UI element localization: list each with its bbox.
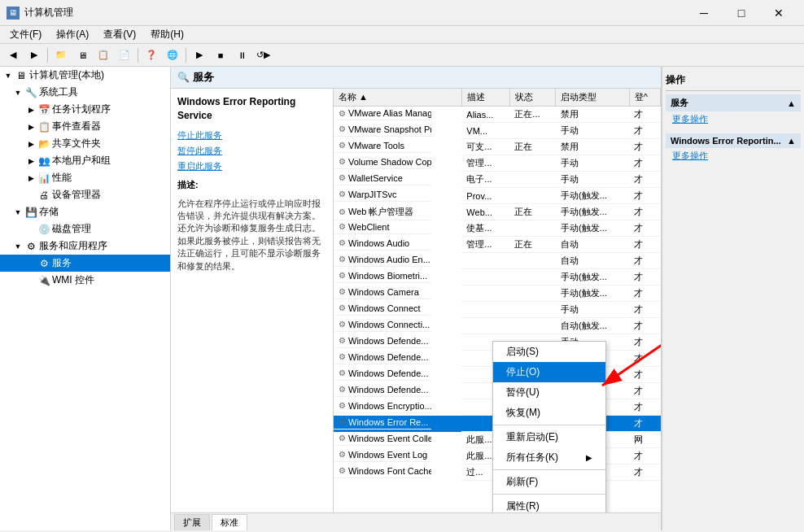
- svc-startup: 手动(触发...: [556, 286, 629, 302]
- table-row[interactable]: ⚙ Windows Camera 手动(触发... 才: [334, 286, 661, 302]
- tab-expand[interactable]: 扩展: [174, 514, 210, 530]
- tab-standard[interactable]: 标准: [212, 514, 247, 530]
- svc-startup: 手动(触发...: [556, 269, 629, 286]
- users-icon: 👥: [37, 155, 50, 168]
- ctx-resume[interactable]: 恢复(M): [493, 403, 605, 423]
- services-apps-icon: ⚙: [24, 240, 37, 253]
- svc-name: ⚙ Windows Defende...: [334, 351, 431, 364]
- pause-service-link[interactable]: 暂停此服务: [177, 145, 326, 157]
- svc-desc: Prov...: [461, 188, 509, 204]
- svc-user: 才: [629, 155, 660, 172]
- svc-desc: 管理...: [461, 237, 509, 253]
- sidebar-item-task-scheduler[interactable]: ▶ 📅 任务计划程序: [0, 101, 170, 118]
- stop-service-link[interactable]: 停止此服务: [177, 129, 326, 142]
- ctx-properties[interactable]: 属性(R): [493, 496, 605, 512]
- tb-web[interactable]: 🌐: [163, 46, 182, 64]
- ctx-start[interactable]: 启动(S): [493, 342, 605, 362]
- table-row[interactable]: ⚙ Web 帐户管理器 Web... 正在 手动(触发... 才: [334, 204, 661, 220]
- svc-name: ⚙ Windows Connecti...: [334, 318, 431, 332]
- sidebar-item-performance[interactable]: ▶ 📊 性能: [0, 169, 170, 186]
- col-user[interactable]: 登^: [629, 89, 660, 107]
- tb-restart[interactable]: ↺▶: [253, 46, 273, 64]
- sidebar-item-storage[interactable]: ▼ 💾 存储: [0, 203, 170, 220]
- menu-view[interactable]: 查看(V): [97, 26, 142, 43]
- svc-startup: 自动: [556, 237, 629, 253]
- sidebar-item-wmi[interactable]: 🔌 WMI 控件: [0, 272, 170, 289]
- menu-file[interactable]: 文件(F): [3, 26, 48, 43]
- svc-status: [509, 123, 556, 139]
- table-row[interactable]: ⚙ WebClient 使基... 手动(触发... 才: [334, 220, 661, 237]
- tb-show-hide[interactable]: 🖥: [72, 46, 92, 64]
- table-row[interactable]: ⚙ Windows Biometri... 手动(触发... 才: [334, 269, 661, 286]
- context-menu: 启动(S) 停止(O) 暂停(U) 恢复(M) 重新启动(E) 所有任务(K) …: [492, 341, 606, 512]
- right-panel-more-actions-1[interactable]: 更多操作: [666, 111, 801, 127]
- tb-forward[interactable]: ▶: [24, 46, 44, 64]
- col-startup[interactable]: 启动类型: [556, 89, 629, 107]
- table-row[interactable]: ⚙ WarpJITSvc Prov... 手动(触发... 才: [334, 188, 661, 204]
- table-row[interactable]: ⚙ VMware Tools 可支... 正在 禁用 才: [334, 139, 661, 155]
- table-row[interactable]: ⚙ VMware Alias Manager a... Alias... 正在.…: [334, 107, 661, 123]
- svc-status: [509, 253, 556, 269]
- bottom-tabs: 扩展 标准: [171, 512, 661, 530]
- svc-startup: 手动: [556, 123, 629, 139]
- svc-startup: 自动: [556, 253, 629, 269]
- svc-startup: 手动: [556, 172, 629, 188]
- ctx-refresh[interactable]: 刷新(F): [493, 472, 605, 492]
- tb-stop[interactable]: ■: [211, 46, 230, 64]
- svc-user: 才: [629, 139, 660, 155]
- table-row[interactable]: ⚙ Windows Audio En... 自动 才: [334, 253, 661, 269]
- svc-desc: [461, 269, 509, 286]
- folder-icon: 📂: [37, 137, 50, 150]
- right-panel-services-title[interactable]: 服务 ▲: [666, 94, 801, 111]
- menu-help[interactable]: 帮助(H): [144, 26, 190, 43]
- table-row[interactable]: ⚙ Windows Connect 手动 才: [334, 302, 661, 318]
- table-row[interactable]: ⚙ Windows Connecti... 自动(触发... 才: [334, 318, 661, 334]
- device-icon: 🖨: [37, 189, 50, 202]
- tb-pause2[interactable]: ⏸: [232, 46, 251, 64]
- menu-action[interactable]: 操作(A): [50, 26, 95, 43]
- right-panel-wer-title[interactable]: Windows Error Reportin... ▲: [666, 133, 801, 148]
- sidebar-item-shared-folders[interactable]: ▶ 📂 共享文件夹: [0, 135, 170, 152]
- ctx-pause[interactable]: 暂停(U): [493, 382, 605, 403]
- right-panel-more-actions-2[interactable]: 更多操作: [666, 148, 801, 164]
- minimize-button[interactable]: ─: [685, 0, 723, 26]
- table-row[interactable]: ⚙ WalletService 电子... 手动 才: [334, 172, 661, 188]
- sidebar-item-computer-mgmt[interactable]: ▼ 🖥 计算机管理(本地): [0, 67, 170, 84]
- close-button[interactable]: ✕: [760, 0, 797, 26]
- tb-sep1: [47, 48, 48, 63]
- tb-play[interactable]: ▶: [190, 46, 209, 64]
- svc-name: ⚙ Web 帐户管理器: [334, 204, 431, 220]
- table-row[interactable]: ⚙ VMware Snapshot Provid... VM... 手动 才: [334, 123, 661, 139]
- maximize-button[interactable]: □: [723, 0, 760, 26]
- sidebar-item-event-viewer[interactable]: ▶ 📋 事件查看器: [0, 118, 170, 135]
- ctx-all-tasks[interactable]: 所有任务(K) ▶: [493, 447, 605, 468]
- sidebar-item-system-tools[interactable]: ▼ 🔧 系统工具: [0, 84, 170, 101]
- sidebar-item-services-apps[interactable]: ▼ ⚙ 服务和应用程序: [0, 238, 170, 255]
- tb-new[interactable]: 📋: [94, 46, 113, 64]
- svc-user: 才: [629, 383, 660, 399]
- col-desc[interactable]: 描述: [461, 89, 509, 107]
- svc-user: 才: [629, 399, 660, 416]
- col-name[interactable]: 名称 ▲: [334, 89, 461, 107]
- tb-props[interactable]: 📄: [115, 46, 134, 64]
- ctx-restart[interactable]: 重新启动(E): [493, 427, 605, 447]
- restart-service-link[interactable]: 重启此服务: [177, 160, 326, 172]
- svc-user: 才: [629, 253, 660, 269]
- svc-user: 才: [629, 302, 660, 318]
- expand-arrow2[interactable]: ▼: [13, 89, 23, 97]
- sidebar-item-services[interactable]: ⚙ 服务: [0, 255, 170, 272]
- ctx-stop[interactable]: 停止(O): [493, 362, 605, 382]
- svc-startup: 自动(触发...: [556, 318, 629, 334]
- sidebar-item-device-mgr[interactable]: 🖨 设备管理器: [0, 186, 170, 203]
- sidebar-item-disk-mgmt[interactable]: 💿 磁盘管理: [0, 220, 170, 238]
- svc-name: ⚙ Windows Audio: [334, 237, 431, 251]
- col-status[interactable]: 状态: [509, 89, 556, 107]
- table-row[interactable]: ⚙ Windows Audio 管理... 正在 自动 才: [334, 237, 661, 253]
- tb-up[interactable]: 📁: [51, 46, 71, 64]
- tb-back[interactable]: ◀: [3, 46, 23, 64]
- sidebar-item-local-users[interactable]: ▶ 👥 本地用户和组: [0, 152, 170, 169]
- tb-help[interactable]: ❓: [142, 46, 161, 64]
- ctx-sep2: [493, 469, 605, 470]
- expand-arrow[interactable]: ▼: [3, 72, 13, 80]
- table-row[interactable]: ⚙ Volume Shadow Copy 管理... 手动 才: [334, 155, 661, 172]
